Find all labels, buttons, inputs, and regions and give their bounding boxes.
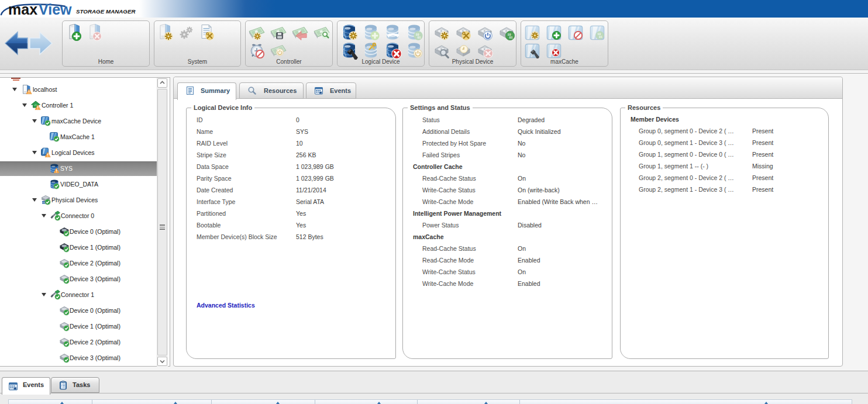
svg-text:View: View <box>39 1 72 18</box>
svg-text:STORAGE MANAGER: STORAGE MANAGER <box>76 8 136 15</box>
svg-text:max: max <box>8 1 37 18</box>
